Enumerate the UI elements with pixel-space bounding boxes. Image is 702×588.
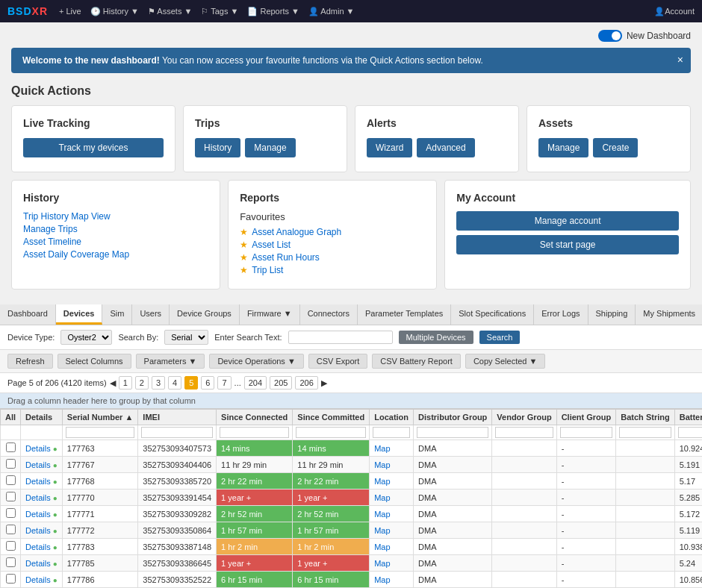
page-205[interactable]: 205	[270, 376, 292, 390]
page-1[interactable]: 1	[119, 376, 132, 390]
fav-1[interactable]: ★Asset Analogue Graph	[240, 227, 425, 237]
tab-error-logs[interactable]: Error Logs	[534, 304, 588, 325]
multiple-devices-button[interactable]: Multiple Devices	[399, 331, 473, 344]
location-cell[interactable]: Map	[370, 473, 414, 490]
copy-selected-button[interactable]: Copy Selected ▼	[465, 354, 546, 369]
csv-export-button[interactable]: CSV Export	[308, 354, 367, 369]
filter-serial-input[interactable]	[66, 427, 135, 438]
tab-devices[interactable]: Devices	[56, 304, 103, 325]
filter-dist-input[interactable]	[417, 427, 488, 438]
tab-firmware[interactable]: Firmware ▼	[240, 304, 300, 325]
manage-account-button[interactable]: Manage account	[456, 211, 679, 231]
th-dist-group[interactable]: Distributor Group	[414, 410, 492, 425]
row-checkbox[interactable]	[6, 475, 16, 485]
th-since-connected[interactable]: Since Connected	[217, 410, 293, 425]
fav-2[interactable]: ★Asset List	[240, 240, 425, 250]
fav-4[interactable]: ★Trip List	[240, 265, 425, 275]
row-checkbox[interactable]	[6, 459, 16, 469]
th-since-committed[interactable]: Since Committed	[293, 410, 370, 425]
tab-shipping[interactable]: Shipping	[588, 304, 636, 325]
th-battery-v[interactable]: Battery Voltage (V)	[674, 410, 702, 425]
alerts-advanced-button[interactable]: Advanced	[417, 138, 474, 157]
filter-committed-input[interactable]	[296, 427, 366, 438]
page-6[interactable]: 6	[201, 376, 214, 390]
history-link-4[interactable]: Asset Daily Coverage Map	[23, 249, 208, 260]
details-cell[interactable]: Details ●	[21, 555, 63, 572]
details-cell[interactable]: Details ●	[21, 506, 63, 522]
search-text-input[interactable]	[288, 331, 393, 344]
history-link-1[interactable]: Trip History Map View	[23, 211, 208, 222]
nav-account[interactable]: 👤 Account	[654, 7, 695, 16]
brand-logo[interactable]: BSDXR	[7, 5, 48, 17]
row-checkbox[interactable]	[6, 442, 16, 452]
tab-slot-specs[interactable]: Slot Specifications	[451, 304, 534, 325]
row-checkbox[interactable]	[6, 525, 16, 534]
page-204[interactable]: 204	[244, 376, 267, 390]
th-vendor-group[interactable]: Vendor Group	[492, 410, 556, 425]
assets-create-button[interactable]: Create	[593, 138, 638, 157]
th-details[interactable]: Details	[21, 410, 63, 425]
nav-live[interactable]: + Live	[59, 7, 81, 16]
page-206[interactable]: 206	[295, 376, 317, 390]
search-by-select[interactable]: Serial	[164, 330, 208, 345]
refresh-button[interactable]: Refresh	[7, 354, 53, 369]
filter-batch-input[interactable]	[619, 427, 671, 438]
filter-location-input[interactable]	[373, 427, 410, 438]
filter-client-input[interactable]	[560, 427, 613, 438]
search-button[interactable]: Search	[479, 331, 521, 344]
location-cell[interactable]: Map	[370, 539, 414, 555]
row-checkbox[interactable]	[6, 541, 16, 551]
location-cell[interactable]: Map	[370, 490, 414, 506]
nav-assets[interactable]: ⚑ Assets ▼	[148, 7, 192, 16]
row-checkbox[interactable]	[6, 508, 16, 518]
close-banner-button[interactable]: ×	[677, 54, 683, 66]
device-type-select[interactable]: Oyster2	[60, 330, 112, 345]
location-cell[interactable]: Map	[370, 522, 414, 539]
page-3[interactable]: 3	[152, 376, 165, 390]
page-5[interactable]: 5	[184, 376, 198, 390]
location-cell[interactable]: Map	[370, 457, 414, 473]
row-checkbox[interactable]	[6, 557, 16, 567]
th-client-group[interactable]: Client Group	[556, 410, 616, 425]
location-cell[interactable]: Map	[370, 506, 414, 522]
filter-imei-input[interactable]	[141, 427, 213, 438]
th-imei[interactable]: IMEI	[138, 410, 217, 425]
location-cell[interactable]: Map	[370, 440, 414, 457]
history-link-2[interactable]: Manage Trips	[23, 224, 208, 234]
alerts-wizard-button[interactable]: Wizard	[367, 138, 412, 157]
next-page-icon[interactable]: ▶	[321, 378, 327, 388]
location-cell[interactable]: Map	[370, 555, 414, 572]
new-dashboard-toggle[interactable]	[598, 30, 622, 42]
th-serial[interactable]: Serial Number ▲	[62, 410, 138, 425]
location-cell[interactable]: Map	[370, 572, 414, 588]
assets-manage-button[interactable]: Manage	[538, 138, 588, 157]
nav-history[interactable]: 🕑 History ▼	[90, 7, 139, 16]
details-cell[interactable]: Details ●	[21, 440, 63, 457]
tab-my-shipments[interactable]: My Shipments	[636, 304, 702, 325]
trips-history-button[interactable]: History	[195, 138, 240, 157]
tab-connectors[interactable]: Connectors	[300, 304, 358, 325]
th-all[interactable]: All	[1, 410, 21, 425]
page-2[interactable]: 2	[135, 376, 149, 390]
page-7[interactable]: 7	[217, 376, 231, 390]
csv-battery-button[interactable]: CSV Battery Report	[372, 354, 461, 369]
nav-admin[interactable]: 👤 Admin ▼	[308, 7, 355, 16]
select-columns-button[interactable]: Select Columns	[58, 354, 131, 369]
tab-sim[interactable]: Sim	[102, 304, 132, 325]
track-devices-button[interactable]: Track my devices	[23, 138, 164, 157]
filter-battery-input[interactable]	[678, 427, 702, 438]
row-checkbox[interactable]	[6, 574, 16, 584]
nav-tags[interactable]: ⚐ Tags ▼	[201, 7, 238, 16]
set-start-page-button[interactable]: Set start page	[456, 235, 679, 254]
tab-device-groups[interactable]: Device Groups	[170, 304, 240, 325]
details-cell[interactable]: Details ●	[21, 473, 63, 490]
parameters-button[interactable]: Parameters ▼	[136, 354, 205, 369]
details-cell[interactable]: Details ●	[21, 539, 63, 555]
details-cell[interactable]: Details ●	[21, 572, 63, 588]
filter-connected-input[interactable]	[220, 427, 289, 438]
details-cell[interactable]: Details ●	[21, 490, 63, 506]
th-batch-string[interactable]: Batch String	[616, 410, 674, 425]
trips-manage-button[interactable]: Manage	[245, 138, 295, 157]
details-cell[interactable]: Details ●	[21, 522, 63, 539]
page-4[interactable]: 4	[168, 376, 181, 390]
